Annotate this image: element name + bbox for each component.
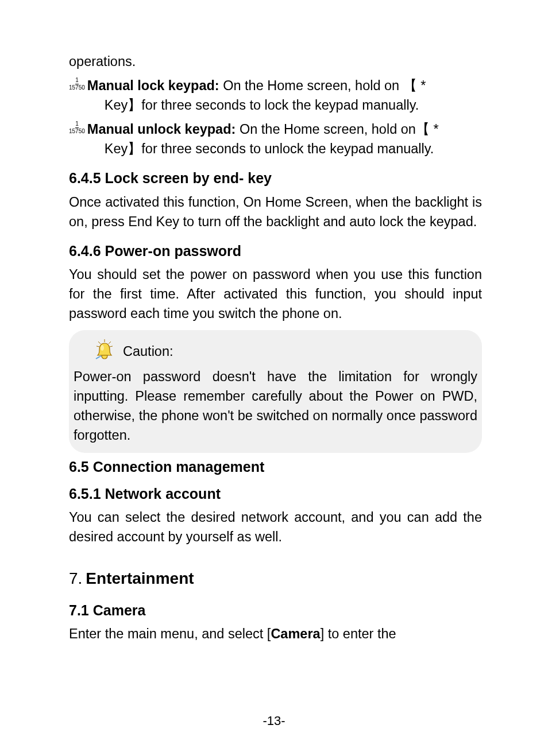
svg-line-1 xyxy=(98,342,101,344)
continuation-fragment: operations. xyxy=(69,52,482,71)
chapter-number: 7. xyxy=(69,569,82,587)
fraction-bullet-icon: 1 15750 xyxy=(69,119,85,134)
list-item-text: Manual lock keypad: On the Home screen, … xyxy=(87,76,482,115)
chapter-title: Entertainment xyxy=(86,569,194,587)
svg-line-2 xyxy=(109,342,111,344)
list-item: 1 15750 Manual lock keypad: On the Home … xyxy=(69,76,482,115)
heading-7-1: 7.1 Camera xyxy=(69,600,482,621)
bell-icon xyxy=(93,338,116,361)
caution-body: Power-on password doesn't have the limit… xyxy=(74,367,477,445)
heading-6-4-6: 6.4.6 Power-on password xyxy=(69,241,482,261)
list-item-text: Manual unlock keypad: On the Home screen… xyxy=(87,119,482,158)
svg-line-6 xyxy=(96,356,100,359)
heading-6-5-1: 6.5.1 Network account xyxy=(69,483,482,504)
paragraph-7-1: Enter the main menu, and select [Camera]… xyxy=(69,624,482,643)
paragraph-6-5-1: You can select the desired network accou… xyxy=(69,507,482,546)
heading-6-5: 6.5 Connection management xyxy=(69,456,482,477)
paragraph-6-4-6: You should set the power on password whe… xyxy=(69,265,482,323)
heading-7: 7.Entertainment xyxy=(69,567,482,591)
caution-label: Caution: xyxy=(123,342,173,361)
svg-line-3 xyxy=(97,346,99,347)
paragraph-6-4-5: Once activated this function, On Home Sc… xyxy=(69,192,482,231)
heading-6-4-5: 6.4.5 Lock screen by end- key xyxy=(69,168,482,188)
svg-line-4 xyxy=(110,346,113,347)
svg-point-5 xyxy=(101,345,104,351)
document-page: operations. 1 15750 Manual lock keypad: … xyxy=(0,0,548,756)
caution-callout: Caution: Power-on password doesn't have … xyxy=(69,330,482,453)
caution-header: Caution: xyxy=(74,338,477,361)
list-item: 1 15750 Manual unlock keypad: On the Hom… xyxy=(69,119,482,158)
page-number: -13- xyxy=(0,712,548,730)
fraction-bullet-icon: 1 15750 xyxy=(69,76,85,91)
